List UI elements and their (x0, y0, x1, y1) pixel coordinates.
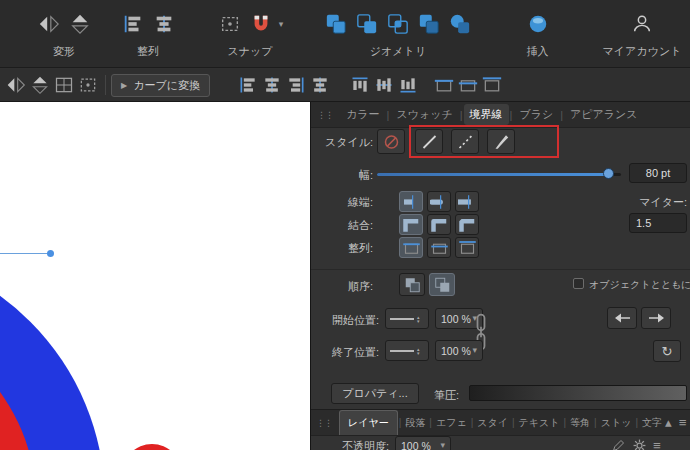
style-label: スタイル: (311, 135, 373, 150)
swap-arrows-button[interactable]: ↻ (653, 340, 681, 362)
stepper-icon[interactable]: ▴▾ (417, 347, 420, 355)
tab-character[interactable]: 文字 (639, 414, 665, 432)
style-solid-button[interactable] (415, 129, 443, 154)
flip-vertical-small-icon[interactable] (28, 73, 52, 97)
style-dash-button[interactable] (451, 129, 479, 154)
stroke-align-inside-button[interactable] (427, 237, 451, 258)
line-preview (390, 350, 414, 352)
distribute-objects-icon[interactable] (151, 11, 177, 37)
toolbar-group-label: マイアカウント (603, 44, 682, 59)
stroke-align-outside-button[interactable] (455, 237, 479, 258)
align-top-icon[interactable] (348, 73, 372, 97)
join-miter-button[interactable] (399, 214, 423, 235)
tab-swatches[interactable]: スウォッチ (390, 104, 458, 125)
miter-label: マイター: (581, 195, 687, 210)
canvas-red-small-circle[interactable] (122, 444, 182, 450)
width-label: 幅: (311, 168, 373, 183)
snap-dropdown-icon[interactable]: ▾ (279, 20, 284, 29)
tab-stroke[interactable]: 境界線 (464, 104, 509, 125)
distribute-middle-icon[interactable] (456, 73, 480, 97)
align-right-icon[interactable] (284, 73, 308, 97)
cap-round-button[interactable] (427, 191, 451, 212)
start-arrowhead-button[interactable] (607, 307, 637, 329)
panel-menu-icon[interactable]: ≡ (679, 415, 687, 430)
style-brush-button[interactable] (487, 129, 515, 154)
insert-shape-icon[interactable] (525, 11, 551, 37)
chevron-down-icon: ▾ (472, 346, 477, 355)
boolean-combine-icon[interactable] (447, 11, 473, 37)
tab-styles[interactable]: スタイ (474, 414, 511, 432)
magnet-icon[interactable] (248, 11, 274, 37)
edit-pencil-icon[interactable] (611, 438, 626, 450)
slider-handle[interactable] (603, 168, 614, 179)
tab-brushes[interactable]: ブラシ (513, 104, 559, 125)
end-percent-dropdown[interactable]: 100 % ▾ (435, 340, 483, 361)
tab-separator: | (459, 109, 464, 121)
flip-horizontal-small-icon[interactable] (4, 73, 28, 97)
tab-effects[interactable]: エフェ (433, 414, 470, 432)
align-left-icon[interactable] (236, 73, 260, 97)
end-line-style-dropdown[interactable]: ▴▾ (385, 340, 429, 361)
scale-with-object-checkbox[interactable] (573, 278, 584, 289)
opacity-dropdown[interactable]: 100 % ▾ (395, 436, 451, 450)
flip-vertical-icon[interactable] (67, 11, 93, 37)
stroke-align-label: 整列: (311, 241, 373, 256)
align-justify-icon[interactable] (308, 73, 332, 97)
tab-appearance[interactable]: アピアランス (564, 104, 644, 125)
cap-label: 線端: (311, 195, 373, 210)
tab-paragraph[interactable]: 段落 (402, 414, 428, 432)
join-round-button[interactable] (427, 214, 451, 235)
cap-square-button[interactable] (455, 191, 479, 212)
transform-grid-icon[interactable] (52, 73, 76, 97)
square-cap-icon (458, 193, 477, 211)
end-arrowhead-button[interactable] (641, 307, 671, 329)
panel-grip-icon[interactable]: ⋮⋮ (316, 418, 332, 428)
convert-to-curves-button[interactable]: ▶ カーブに変換 (111, 74, 210, 97)
selection-handle[interactable] (47, 250, 54, 257)
canvas[interactable] (0, 102, 310, 450)
stepper-icon[interactable]: ▴▾ (417, 315, 420, 323)
snap-grid-icon[interactable] (217, 11, 243, 37)
style-none-button[interactable] (377, 129, 405, 154)
section-divider (311, 269, 690, 270)
stroke-align-center-button[interactable] (399, 237, 423, 258)
align-middle-icon[interactable] (372, 73, 396, 97)
start-percent-value: 100 % (441, 313, 471, 325)
properties-button[interactable]: プロパティ... (331, 383, 419, 404)
order-front-button[interactable] (429, 273, 455, 296)
distribute-bottom-icon[interactable] (480, 73, 504, 97)
opacity-value: 100 % (401, 440, 431, 450)
boolean-subtract-icon[interactable] (354, 11, 380, 37)
align-objects-icon[interactable] (120, 11, 146, 37)
anchor-grid-icon[interactable] (76, 73, 100, 97)
tab-stock[interactable]: ストッ (598, 414, 635, 432)
toolbar-group-align: 整列 (108, 5, 188, 59)
boolean-divide-icon[interactable] (416, 11, 442, 37)
tab-color[interactable]: カラー (340, 104, 386, 125)
toolbar-group-geometry: ジオメトリ (318, 5, 478, 59)
start-line-style-dropdown[interactable]: ▴▾ (385, 308, 429, 329)
miter-value-field[interactable]: 1.5 (629, 213, 687, 233)
flip-horizontal-icon[interactable] (36, 11, 62, 37)
order-behind-button[interactable] (399, 273, 425, 296)
join-bevel-button[interactable] (455, 214, 479, 235)
boolean-add-icon[interactable] (323, 11, 349, 37)
align-bottom-icon[interactable] (396, 73, 420, 97)
account-person-icon[interactable] (629, 11, 655, 37)
boolean-intersect-icon[interactable] (385, 11, 411, 37)
width-slider[interactable] (377, 164, 621, 184)
cap-butt-button[interactable] (399, 191, 423, 212)
gear-icon[interactable] (632, 438, 647, 450)
layers-menu-icon[interactable]: ≡ (653, 438, 661, 450)
width-value-field[interactable]: 80 pt (629, 163, 687, 183)
distribute-top-icon[interactable] (432, 73, 456, 97)
panel-collapse-icon[interactable]: ▴ (665, 415, 672, 430)
tab-layers[interactable]: レイヤー (339, 410, 398, 435)
align-center-stroke-icon (402, 239, 421, 257)
panel-grip-icon[interactable]: ⋮⋮ (317, 110, 333, 120)
order-label: 順序: (311, 279, 373, 294)
tab-isometric[interactable]: 等角 (567, 414, 593, 432)
pressure-profile-editor[interactable] (469, 385, 687, 401)
align-center-icon[interactable] (260, 73, 284, 97)
tab-text[interactable]: テキスト (516, 414, 563, 432)
